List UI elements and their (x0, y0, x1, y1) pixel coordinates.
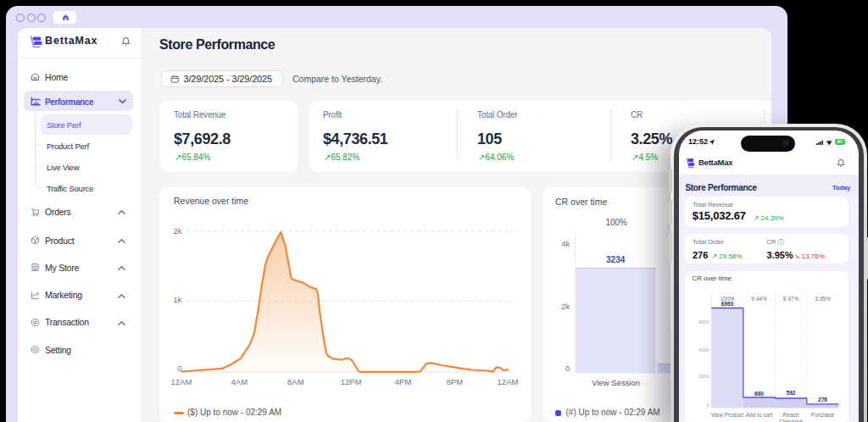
svg-text:1k: 1k (173, 295, 181, 304)
svg-text:Purchase: Purchase (810, 412, 834, 418)
svg-text:592: 592 (786, 390, 795, 396)
svg-text:12PM: 12PM (341, 377, 362, 386)
svg-text:0: 0 (565, 363, 570, 372)
svg-text:0: 0 (706, 402, 709, 407)
svg-text:Add to cart: Add to cart (745, 412, 772, 418)
svg-text:660: 660 (754, 391, 764, 397)
svg-text:View Product: View Product (711, 412, 743, 418)
svg-text:Checkout: Checkout (779, 418, 803, 422)
svg-text:2000: 2000 (698, 373, 709, 378)
svg-text:12AM: 12AM (171, 377, 192, 386)
svg-text:4k: 4k (561, 238, 570, 247)
svg-text:100%: 100% (605, 218, 627, 227)
svg-text:3234: 3234 (606, 254, 626, 264)
svg-text:9.44%: 9.44% (751, 295, 767, 301)
svg-text:8.47%: 8.47% (782, 295, 798, 301)
svg-text:3.95%: 3.95% (815, 295, 831, 301)
svg-text:6000: 6000 (698, 319, 709, 325)
svg-text:Reach: Reach (782, 412, 798, 418)
svg-text:8PM: 8PM (447, 377, 464, 386)
svg-text:4000: 4000 (698, 347, 709, 352)
svg-text:8AM: 8AM (287, 377, 304, 386)
svg-text:4AM: 4AM (231, 377, 248, 386)
svg-text:276: 276 (818, 397, 827, 403)
svg-text:View Session: View Session (592, 378, 640, 387)
svg-text:2k: 2k (173, 226, 181, 236)
svg-text:12AM: 12AM (498, 377, 519, 386)
svg-text:2k: 2k (561, 302, 570, 311)
svg-text:4PM: 4PM (395, 377, 412, 386)
svg-text:6993: 6993 (721, 301, 733, 307)
